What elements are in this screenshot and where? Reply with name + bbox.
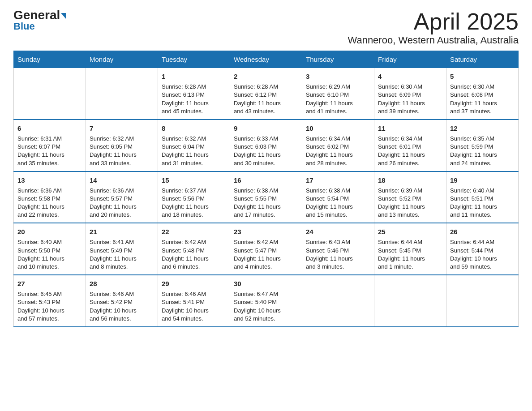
day-number: 1 (162, 72, 226, 81)
day-number: 14 (90, 176, 154, 185)
calendar-table: SundayMondayTuesdayWednesdayThursdayFrid… (13, 51, 519, 327)
calendar-week-row: 13Sunrise: 6:36 AM Sunset: 5:58 PM Dayli… (14, 171, 519, 223)
calendar-cell: 28Sunrise: 6:46 AM Sunset: 5:42 PM Dayli… (86, 275, 158, 327)
day-info: Sunrise: 6:30 AM Sunset: 6:09 PM Dayligh… (378, 83, 442, 116)
day-info: Sunrise: 6:42 AM Sunset: 5:47 PM Dayligh… (234, 238, 298, 271)
calendar-week-row: 27Sunrise: 6:45 AM Sunset: 5:43 PM Dayli… (14, 275, 519, 327)
day-number: 5 (450, 72, 515, 81)
calendar-cell: 19Sunrise: 6:40 AM Sunset: 5:51 PM Dayli… (446, 171, 519, 223)
day-info: Sunrise: 6:42 AM Sunset: 5:48 PM Dayligh… (162, 238, 226, 271)
calendar-cell: 26Sunrise: 6:44 AM Sunset: 5:44 PM Dayli… (446, 223, 519, 275)
header-row: SundayMondayTuesdayWednesdayThursdayFrid… (14, 51, 519, 68)
day-info: Sunrise: 6:29 AM Sunset: 6:10 PM Dayligh… (306, 83, 370, 116)
day-number: 21 (90, 227, 154, 236)
calendar-header: SundayMondayTuesdayWednesdayThursdayFrid… (14, 51, 519, 68)
calendar-cell: 23Sunrise: 6:42 AM Sunset: 5:47 PM Dayli… (230, 223, 302, 275)
calendar-cell: 21Sunrise: 6:41 AM Sunset: 5:49 PM Dayli… (86, 223, 158, 275)
day-info: Sunrise: 6:31 AM Sunset: 6:07 PM Dayligh… (17, 135, 82, 167)
calendar-cell (14, 68, 86, 120)
day-info: Sunrise: 6:35 AM Sunset: 5:59 PM Dayligh… (450, 135, 515, 167)
day-info: Sunrise: 6:46 AM Sunset: 5:42 PM Dayligh… (90, 290, 154, 323)
day-number: 27 (17, 279, 82, 288)
day-info: Sunrise: 6:41 AM Sunset: 5:49 PM Dayligh… (90, 238, 154, 271)
day-number: 25 (378, 227, 442, 236)
calendar-cell: 10Sunrise: 6:34 AM Sunset: 6:02 PM Dayli… (302, 120, 374, 171)
page-header: General Blue April 2025 Wanneroo, Wester… (13, 9, 519, 46)
header-cell-sunday: Sunday (14, 51, 86, 68)
calendar-cell: 18Sunrise: 6:39 AM Sunset: 5:52 PM Dayli… (374, 171, 446, 223)
day-number: 26 (450, 227, 515, 236)
day-info: Sunrise: 6:36 AM Sunset: 5:57 PM Dayligh… (90, 187, 154, 219)
day-number: 18 (378, 176, 442, 185)
calendar-cell: 3Sunrise: 6:29 AM Sunset: 6:10 PM Daylig… (302, 68, 374, 120)
day-number: 23 (234, 227, 298, 236)
logo-text: General (13, 9, 66, 21)
day-number: 10 (306, 124, 370, 133)
calendar-cell: 5Sunrise: 6:30 AM Sunset: 6:08 PM Daylig… (446, 68, 519, 120)
day-info: Sunrise: 6:40 AM Sunset: 5:50 PM Dayligh… (17, 238, 82, 271)
day-number: 16 (234, 176, 298, 185)
day-number: 24 (306, 227, 370, 236)
header-cell-wednesday: Wednesday (230, 51, 302, 68)
calendar-cell: 7Sunrise: 6:32 AM Sunset: 6:05 PM Daylig… (86, 120, 158, 171)
calendar-cell: 6Sunrise: 6:31 AM Sunset: 6:07 PM Daylig… (14, 120, 86, 171)
header-cell-tuesday: Tuesday (158, 51, 230, 68)
day-number: 29 (162, 279, 226, 288)
calendar-cell: 16Sunrise: 6:38 AM Sunset: 5:55 PM Dayli… (230, 171, 302, 223)
calendar-cell: 25Sunrise: 6:44 AM Sunset: 5:45 PM Dayli… (374, 223, 446, 275)
day-info: Sunrise: 6:46 AM Sunset: 5:41 PM Dayligh… (162, 290, 226, 323)
day-number: 6 (17, 124, 82, 133)
calendar-cell: 13Sunrise: 6:36 AM Sunset: 5:58 PM Dayli… (14, 171, 86, 223)
day-number: 8 (162, 124, 226, 133)
day-number: 12 (450, 124, 515, 133)
day-number: 2 (234, 72, 298, 81)
day-info: Sunrise: 6:44 AM Sunset: 5:45 PM Dayligh… (378, 238, 442, 271)
day-number: 30 (234, 279, 298, 288)
day-info: Sunrise: 6:34 AM Sunset: 6:02 PM Dayligh… (306, 135, 370, 167)
calendar-week-row: 1Sunrise: 6:28 AM Sunset: 6:13 PM Daylig… (14, 68, 519, 120)
calendar-cell: 27Sunrise: 6:45 AM Sunset: 5:43 PM Dayli… (14, 275, 86, 327)
day-number: 17 (306, 176, 370, 185)
day-info: Sunrise: 6:38 AM Sunset: 5:54 PM Dayligh… (306, 187, 370, 219)
day-number: 28 (90, 279, 154, 288)
day-number: 19 (450, 176, 515, 185)
month-title: April 2025 (348, 9, 519, 34)
calendar-cell (302, 275, 374, 327)
calendar-cell (86, 68, 158, 120)
day-number: 4 (378, 72, 442, 81)
day-info: Sunrise: 6:37 AM Sunset: 5:56 PM Dayligh… (162, 187, 226, 219)
header-cell-thursday: Thursday (302, 51, 374, 68)
day-info: Sunrise: 6:43 AM Sunset: 5:46 PM Dayligh… (306, 238, 370, 271)
calendar-cell: 8Sunrise: 6:32 AM Sunset: 6:04 PM Daylig… (158, 120, 230, 171)
calendar-cell: 17Sunrise: 6:38 AM Sunset: 5:54 PM Dayli… (302, 171, 374, 223)
day-number: 7 (90, 124, 154, 133)
day-info: Sunrise: 6:32 AM Sunset: 6:05 PM Dayligh… (90, 135, 154, 167)
day-number: 15 (162, 176, 226, 185)
calendar-cell: 14Sunrise: 6:36 AM Sunset: 5:57 PM Dayli… (86, 171, 158, 223)
calendar-cell: 2Sunrise: 6:28 AM Sunset: 6:12 PM Daylig… (230, 68, 302, 120)
calendar-cell: 4Sunrise: 6:30 AM Sunset: 6:09 PM Daylig… (374, 68, 446, 120)
calendar-cell: 9Sunrise: 6:33 AM Sunset: 6:03 PM Daylig… (230, 120, 302, 171)
day-info: Sunrise: 6:40 AM Sunset: 5:51 PM Dayligh… (450, 187, 515, 219)
header-cell-friday: Friday (374, 51, 446, 68)
day-info: Sunrise: 6:45 AM Sunset: 5:43 PM Dayligh… (17, 290, 82, 323)
day-info: Sunrise: 6:38 AM Sunset: 5:55 PM Dayligh… (234, 187, 298, 219)
calendar-week-row: 20Sunrise: 6:40 AM Sunset: 5:50 PM Dayli… (14, 223, 519, 275)
header-cell-monday: Monday (86, 51, 158, 68)
day-info: Sunrise: 6:39 AM Sunset: 5:52 PM Dayligh… (378, 187, 442, 219)
location-title: Wanneroo, Western Australia, Australia (348, 34, 519, 46)
calendar-cell: 1Sunrise: 6:28 AM Sunset: 6:13 PM Daylig… (158, 68, 230, 120)
day-info: Sunrise: 6:34 AM Sunset: 6:01 PM Dayligh… (378, 135, 442, 167)
day-info: Sunrise: 6:30 AM Sunset: 6:08 PM Dayligh… (450, 83, 515, 116)
day-info: Sunrise: 6:28 AM Sunset: 6:13 PM Dayligh… (162, 83, 226, 116)
day-info: Sunrise: 6:47 AM Sunset: 5:40 PM Dayligh… (234, 290, 298, 323)
day-info: Sunrise: 6:44 AM Sunset: 5:44 PM Dayligh… (450, 238, 515, 271)
day-number: 3 (306, 72, 370, 81)
day-number: 20 (17, 227, 82, 236)
calendar-cell (446, 275, 519, 327)
logo: General Blue (13, 9, 66, 32)
calendar-body: 1Sunrise: 6:28 AM Sunset: 6:13 PM Daylig… (14, 68, 519, 327)
day-info: Sunrise: 6:36 AM Sunset: 5:58 PM Dayligh… (17, 187, 82, 219)
calendar-cell: 11Sunrise: 6:34 AM Sunset: 6:01 PM Dayli… (374, 120, 446, 171)
calendar-cell: 22Sunrise: 6:42 AM Sunset: 5:48 PM Dayli… (158, 223, 230, 275)
